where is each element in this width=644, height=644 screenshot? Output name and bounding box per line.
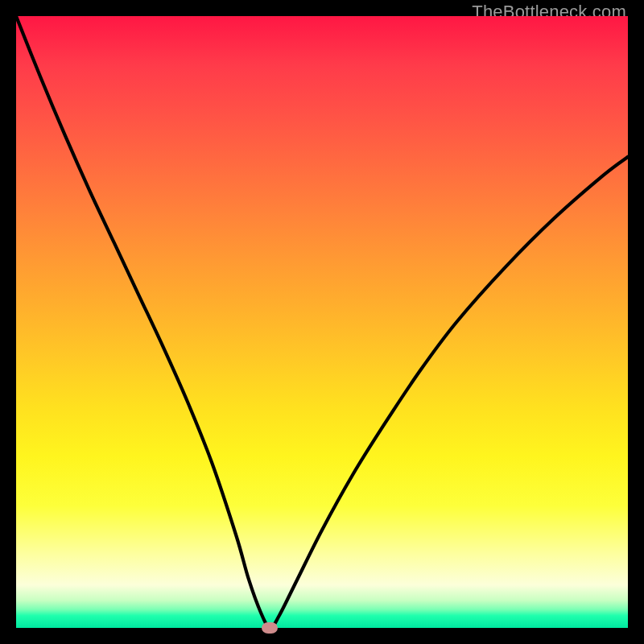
plot-area [16, 16, 628, 628]
curve-svg [16, 16, 628, 628]
optimal-point-marker [262, 622, 278, 634]
chart-frame: TheBottleneck.com [0, 0, 644, 644]
bottleneck-curve-path [16, 16, 628, 628]
